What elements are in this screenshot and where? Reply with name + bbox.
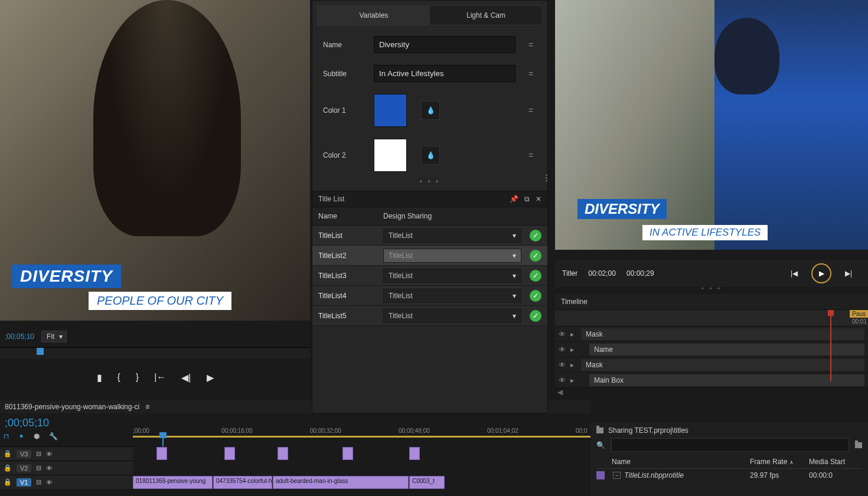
title-list-row[interactable]: TitleList5TitleList bbox=[312, 306, 547, 326]
timeline-clip[interactable] bbox=[278, 447, 288, 460]
source-playhead[interactable] bbox=[37, 348, 44, 355]
next-frame-icon[interactable]: ▶| bbox=[841, 266, 856, 281]
titler-track[interactable]: 👁▸Main Box bbox=[555, 373, 868, 388]
panel-resize-handle[interactable] bbox=[542, 169, 550, 187]
eyedropper-icon[interactable]: 💧 bbox=[421, 101, 440, 120]
timeline-clip[interactable]: 047335754-colorful-h bbox=[213, 476, 272, 489]
timeline-ruler[interactable]: ;00;0000;00;16;0000;00;32;0000;00;48;000… bbox=[133, 425, 590, 446]
program-tc2[interactable]: 00:00;29 bbox=[626, 269, 654, 278]
color-swatch[interactable] bbox=[374, 139, 407, 172]
collapse-icon[interactable]: − bbox=[613, 472, 621, 479]
source-transport: ▮ { } |← ◀| ▶ bbox=[0, 372, 310, 383]
expand-icon[interactable]: ▸ bbox=[570, 376, 574, 384]
expand-icon[interactable]: ▸ bbox=[570, 361, 574, 369]
track-v3[interactable]: 🔒V3⊟👁 bbox=[0, 446, 133, 461]
prev-frame-icon[interactable]: |◀ bbox=[787, 266, 802, 281]
clips-area[interactable]: 018011369-pensive-young047335754-colorfu… bbox=[133, 446, 590, 496]
variables-panel: Variables Light & Cam Name=Subtitle=Colo… bbox=[312, 0, 548, 413]
tab-light-cam[interactable]: Light & Cam bbox=[430, 6, 542, 25]
bracket-close-icon[interactable]: } bbox=[136, 372, 139, 383]
zoom-fit-dropdown[interactable]: Fit bbox=[41, 331, 67, 342]
timeline-clip[interactable] bbox=[156, 447, 167, 460]
title-list-row[interactable]: TitleList3TitleList bbox=[312, 266, 547, 286]
program-drag-handle[interactable]: • • • bbox=[555, 285, 868, 293]
check-icon[interactable] bbox=[530, 250, 541, 262]
titler-scrollbar[interactable]: ◀ bbox=[555, 388, 868, 396]
design-sharing-dropdown[interactable]: TitleList bbox=[383, 229, 521, 243]
check-icon[interactable] bbox=[530, 270, 541, 282]
visibility-icon[interactable]: 👁 bbox=[559, 361, 566, 369]
bin-col-framerate[interactable]: Frame Rate ∧ bbox=[750, 458, 809, 466]
expand-icon[interactable]: ▸ bbox=[570, 330, 574, 338]
go-to-in-icon[interactable]: |← bbox=[154, 372, 166, 383]
timeline-clip[interactable] bbox=[342, 447, 353, 460]
timeline-clip[interactable]: C0003_t bbox=[409, 476, 445, 489]
titler-track[interactable]: 👁▸Name bbox=[555, 342, 868, 357]
sequence-name[interactable]: 8011369-pensive-young-woman-walking-ci bbox=[5, 403, 139, 411]
source-ruler[interactable] bbox=[0, 347, 310, 359]
popout-icon[interactable]: ⧉ bbox=[524, 195, 530, 203]
pause-tag[interactable]: Paus bbox=[850, 310, 868, 318]
timeline-clip[interactable]: 018011369-pensive-young bbox=[133, 476, 213, 489]
titler-timeline-header: Timeline bbox=[555, 294, 868, 310]
timeline-timecode[interactable]: ;00;05;10 bbox=[0, 415, 54, 432]
design-sharing-dropdown[interactable]: TitleList bbox=[383, 309, 521, 323]
col-design-sharing[interactable]: Design Sharing bbox=[383, 212, 432, 220]
menu-icon[interactable]: ≡ bbox=[145, 403, 149, 411]
new-bin-icon[interactable] bbox=[855, 442, 862, 448]
program-tc1[interactable]: 00:02;00 bbox=[588, 269, 616, 278]
titler-track[interactable]: 👁▸Mask bbox=[555, 327, 868, 342]
timeline-clip[interactable] bbox=[224, 447, 235, 460]
tab-variables[interactable]: Variables bbox=[318, 6, 430, 25]
bin-col-mediastart[interactable]: Media Start bbox=[809, 458, 862, 466]
link-icon[interactable]: = bbox=[525, 69, 537, 79]
title-list-row[interactable]: TitleListTitleList bbox=[312, 226, 547, 246]
panel-drag-handle[interactable]: • • • bbox=[312, 178, 547, 186]
eyedropper-icon[interactable]: 💧 bbox=[421, 146, 440, 165]
pin-icon[interactable]: 📌 bbox=[510, 195, 518, 203]
bracket-open-icon[interactable]: { bbox=[118, 372, 120, 383]
visibility-icon[interactable]: 👁 bbox=[559, 376, 566, 384]
source-timecode[interactable]: ;00;05;10 bbox=[5, 332, 34, 341]
step-back-icon[interactable]: ◀| bbox=[181, 372, 191, 383]
col-name[interactable]: Name bbox=[318, 212, 383, 220]
design-sharing-dropdown[interactable]: TitleList bbox=[383, 289, 521, 303]
link-icon[interactable]: = bbox=[525, 40, 537, 50]
variable-input[interactable] bbox=[374, 65, 515, 82]
play-button[interactable]: ▶ bbox=[811, 263, 831, 283]
check-icon[interactable] bbox=[530, 290, 541, 302]
title-list-row[interactable]: TitleList2TitleList bbox=[312, 246, 547, 266]
timeline-clip[interactable]: adult-bearded-man-in-glass bbox=[273, 476, 409, 489]
design-sharing-dropdown[interactable]: TitleList bbox=[383, 269, 521, 283]
link-icon[interactable]: = bbox=[525, 151, 537, 160]
work-area-bar[interactable] bbox=[133, 436, 590, 438]
design-sharing-dropdown[interactable]: TitleList bbox=[383, 249, 521, 263]
visibility-icon[interactable]: 👁 bbox=[559, 345, 566, 354]
link-icon[interactable]: = bbox=[525, 106, 537, 115]
titler-playhead[interactable] bbox=[830, 310, 831, 381]
track-v2[interactable]: 🔒V2⊟👁 bbox=[0, 461, 133, 475]
snap-icon[interactable]: ⊓ bbox=[4, 432, 9, 440]
title-list-row[interactable]: TitleList4TitleList bbox=[312, 286, 547, 306]
color-swatch[interactable] bbox=[374, 94, 407, 127]
bin-item-row[interactable]: −TitleList.nbpprotitle29.97 fps00:00:0 bbox=[596, 469, 862, 482]
check-icon[interactable] bbox=[530, 310, 541, 322]
play-icon[interactable]: ▶ bbox=[207, 372, 214, 383]
close-icon[interactable]: ✕ bbox=[536, 195, 541, 203]
expand-icon[interactable]: ▸ bbox=[570, 345, 574, 354]
bin-breadcrumb[interactable]: Sharing TEST.prproj\titles bbox=[596, 426, 862, 435]
bin-search-input[interactable] bbox=[611, 438, 849, 452]
titler-ruler[interactable]: Paus 00:01 bbox=[555, 310, 868, 327]
settings-icon[interactable]: 🔧 bbox=[49, 432, 58, 440]
visibility-icon[interactable]: 👁 bbox=[559, 330, 566, 338]
timeline-clip[interactable] bbox=[409, 447, 420, 460]
marker-icon[interactable]: ⬢ bbox=[34, 432, 40, 440]
mark-in-icon[interactable]: ▮ bbox=[97, 372, 102, 383]
variable-input[interactable] bbox=[374, 36, 515, 53]
linked-selection-icon[interactable]: ✦ bbox=[18, 432, 24, 440]
check-icon[interactable] bbox=[530, 230, 541, 242]
bin-col-name[interactable]: Name bbox=[596, 458, 750, 466]
track-v1[interactable]: 🔒V1⊟👁 bbox=[0, 475, 133, 489]
titler-track[interactable]: 👁▸Mask bbox=[555, 357, 868, 373]
overlay-title: DIVERSITY bbox=[12, 265, 121, 288]
